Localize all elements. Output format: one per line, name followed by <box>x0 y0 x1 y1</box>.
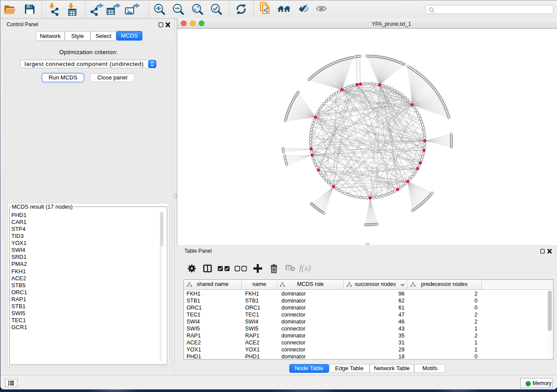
svg-text:f(x): f(x) <box>299 264 311 273</box>
